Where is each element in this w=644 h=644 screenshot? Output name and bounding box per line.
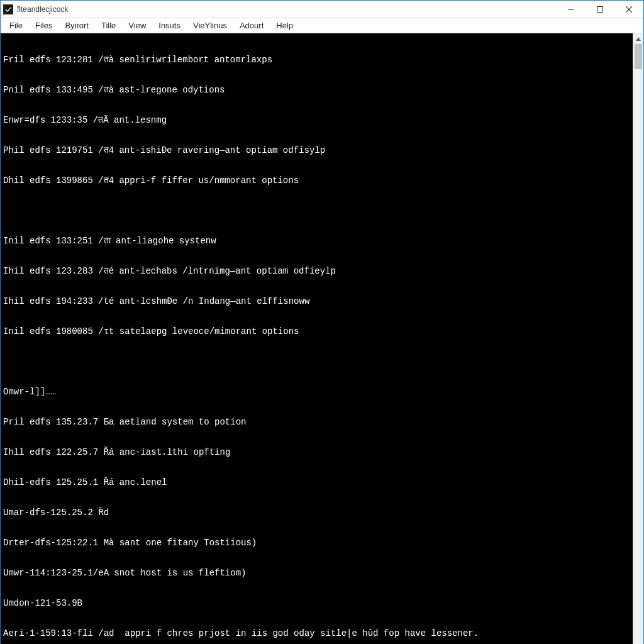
- menu-tille[interactable]: Tille: [95, 19, 122, 31]
- menu-adourt[interactable]: Adourt: [233, 19, 270, 31]
- menubar: File Files Byirort Tille View Insuts Vie…: [1, 18, 643, 33]
- terminal-area: Fril edfs 123:281 /तà senliriwrilembort …: [1, 33, 643, 644]
- menu-insuts[interactable]: Insuts: [152, 19, 187, 31]
- terminal-output[interactable]: Fril edfs 123:281 /तà senliriwrilembort …: [1, 33, 633, 644]
- terminal-line: Umwr-114:123-25.1/eA snot host is us fle…: [3, 568, 630, 578]
- window-title: flteandlecjicock: [17, 5, 68, 14]
- vertical-scrollbar[interactable]: [633, 33, 643, 644]
- terminal-line: Dhil edfs 1399865 /त4 appri-f fiffer us/…: [3, 175, 630, 186]
- terminal-line: Omwr-l]]……: [3, 387, 630, 397]
- scrollbar-thumb[interactable]: [635, 44, 642, 69]
- terminal-line: Drter-dfs-125:22.1 Mà sant one fitany To…: [3, 538, 630, 548]
- menu-byirort[interactable]: Byirort: [58, 19, 95, 31]
- chevron-up-icon: [636, 36, 641, 42]
- terminal-line: Ihll edfs 122.25.7 Ȑá anc-iast.lthi opft…: [3, 447, 630, 457]
- scroll-up-button[interactable]: [633, 33, 643, 44]
- terminal-line: Pnil edfs 133:495 /तà ast-lregone odytio…: [3, 85, 630, 95]
- menu-file[interactable]: File: [3, 19, 29, 31]
- terminal-blank: [3, 357, 630, 367]
- terminal-line: Aeri-1-159:13-fli /ad appri f chres prjo…: [3, 628, 630, 638]
- minimize-button[interactable]: [557, 1, 586, 18]
- close-button[interactable]: [614, 1, 643, 18]
- app-icon: [3, 4, 13, 14]
- svg-marker-5: [636, 37, 641, 41]
- terminal-line: Enwr=dfs 1233:35 /तÃ ant.lesnmg: [3, 115, 630, 125]
- terminal-blank: [3, 206, 630, 216]
- maximize-button[interactable]: [586, 1, 614, 18]
- terminal-line: Ihil edfs 123.283 /तé ant-lechabs /lntrn…: [3, 266, 630, 276]
- terminal-line: Dhil-edfs 125.25.1 Ȑá anc.lenel: [3, 477, 630, 487]
- terminal-line: Umdon-121-53.9B: [3, 598, 630, 608]
- terminal-line: Ihil edfs 194:233 /té ant-lcshmÐe /n Ind…: [3, 296, 630, 306]
- window-controls: [557, 1, 643, 18]
- titlebar: flteandlecjicock: [1, 1, 643, 18]
- terminal-line: Umar-dfs-125.25.2 Ȑd: [3, 508, 630, 518]
- terminal-line: Fril edfs 123:281 /तà senliriwrilembort …: [3, 55, 630, 65]
- scrollbar-track[interactable]: [633, 44, 643, 644]
- menu-view[interactable]: View: [122, 19, 152, 31]
- svg-rect-2: [597, 6, 603, 12]
- terminal-line: Inil edfs 1980085 /τt satelaepg leveoce/…: [3, 326, 630, 336]
- terminal-line: Pril edfs 135.23.7 Бa aetland system to …: [3, 417, 630, 427]
- menu-vieylinus[interactable]: VieYlinus: [187, 19, 233, 31]
- menu-files[interactable]: Files: [29, 19, 58, 31]
- terminal-line: Inil edfs 133:251 /ता ant-liagohe systen…: [3, 236, 630, 246]
- terminal-line: Phil edfs 1219751 /त4 ant-ishiÐe raverin…: [3, 145, 630, 155]
- menu-help[interactable]: Help: [270, 19, 299, 31]
- app-window: flteandlecjicock File Files Byirort Till…: [0, 0, 644, 644]
